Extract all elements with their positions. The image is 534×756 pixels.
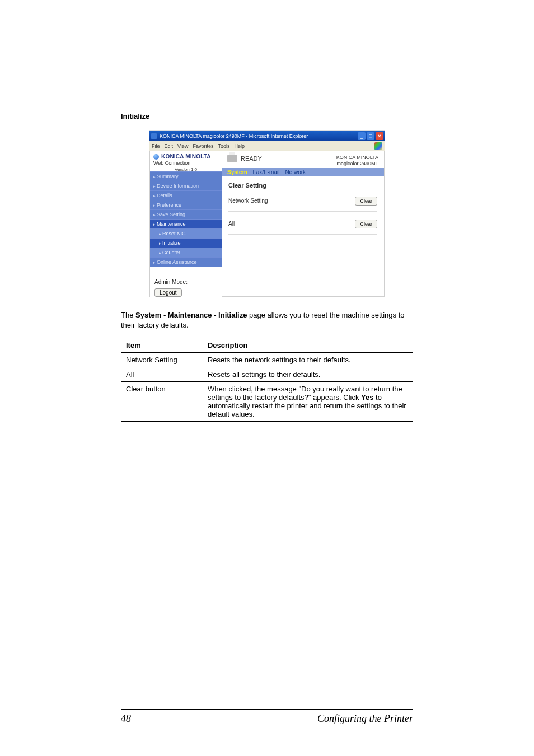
- clear-network-button[interactable]: Clear: [355, 197, 377, 206]
- tab-fax-email[interactable]: Fax/E-mail: [253, 169, 280, 175]
- nav-reset-nic[interactable]: Reset NIC: [150, 228, 222, 238]
- cell-desc-bold: Yes: [361, 393, 373, 402]
- setting-all-label: All: [228, 221, 235, 227]
- menu-edit[interactable]: Edit: [165, 143, 174, 149]
- menu-favorites[interactable]: Favorites: [193, 143, 213, 149]
- ie-throbber-icon: [374, 142, 382, 150]
- window-maximize-button[interactable]: □: [367, 132, 374, 140]
- menu-tools[interactable]: Tools: [218, 143, 229, 149]
- menu-file[interactable]: File: [152, 143, 160, 149]
- window-titlebar: KONICA MINOLTA magicolor 2490MF - Micros…: [149, 131, 385, 141]
- tab-bar: System Fax/E-mail Network: [222, 168, 384, 176]
- main-panel: READY KONICA MINOLTA magicolor 2490MF Sy…: [222, 151, 384, 296]
- menu-help[interactable]: Help: [234, 143, 245, 149]
- window-minimize-button[interactable]: _: [358, 132, 366, 140]
- description-table: Item Description Network Setting Resets …: [121, 338, 413, 422]
- setting-network-label: Network Setting: [228, 198, 268, 204]
- globe-icon: [153, 154, 159, 160]
- nav-details[interactable]: Details: [150, 190, 222, 200]
- clear-all-button[interactable]: Clear: [355, 220, 377, 228]
- nav-maintenance[interactable]: Maintenance: [150, 219, 222, 228]
- brand-name: KONICA MINOLTA: [161, 153, 211, 160]
- section-heading: Initialize: [121, 112, 413, 120]
- table-row: Network Setting Resets the network setti…: [121, 353, 413, 367]
- cell-desc: Resets all settings to their defaults.: [203, 367, 413, 382]
- nav-device-information[interactable]: Device Information: [150, 181, 222, 190]
- brand-product: Web Connection: [153, 160, 218, 166]
- screenshot-window: KONICA MINOLTA magicolor 2490MF - Micros…: [149, 130, 385, 297]
- menu-view[interactable]: View: [177, 143, 188, 149]
- panel-heading: Clear Setting: [228, 182, 377, 189]
- menu-bar: File Edit View Favorites Tools Help: [149, 141, 385, 151]
- th-item: Item: [121, 338, 203, 353]
- nav-online-assistance[interactable]: Online Assistance: [150, 257, 222, 267]
- admin-mode-label: Admin Mode:: [154, 279, 217, 285]
- nav-summary[interactable]: Summary: [150, 171, 222, 181]
- sidebar: KONICA MINOLTA Web Connection Version 1.…: [150, 151, 222, 296]
- nav-counter[interactable]: Counter: [150, 248, 222, 257]
- cell-item: All: [121, 367, 203, 382]
- printer-icon: [227, 155, 237, 162]
- window-title: KONICA MINOLTA magicolor 2490MF - Micros…: [160, 133, 308, 139]
- cell-item: Clear button: [121, 382, 203, 422]
- cell-desc: When clicked, the message "Do you really…: [203, 382, 413, 422]
- page-footer: 48 Configuring the Printer: [121, 709, 413, 725]
- status-brand-line2: magicolor 2490MF: [336, 161, 378, 167]
- brand-block: KONICA MINOLTA Web Connection Version 1.…: [150, 151, 222, 171]
- nav-preference[interactable]: Preference: [150, 200, 222, 209]
- status-ready: READY: [241, 155, 262, 162]
- logout-button[interactable]: Logout: [154, 288, 182, 297]
- window-close-button[interactable]: ×: [376, 132, 383, 140]
- para-strong: System - Maintenance - Initialize: [135, 311, 247, 319]
- nav-initialize[interactable]: Initialize: [150, 238, 222, 248]
- th-description: Description: [203, 338, 413, 353]
- intro-paragraph: The System - Maintenance - Initialize pa…: [121, 310, 413, 330]
- cell-item: Network Setting: [121, 353, 203, 367]
- ie-icon: [151, 133, 157, 139]
- status-brand-line1: KONICA MINOLTA: [336, 155, 378, 161]
- tab-network[interactable]: Network: [285, 169, 306, 175]
- tab-system[interactable]: System: [227, 169, 247, 175]
- cell-desc: Resets the network settings to their def…: [203, 353, 413, 367]
- nav-save-setting[interactable]: Save Setting: [150, 209, 222, 219]
- para-pre: The: [121, 311, 135, 319]
- table-row: Clear button When clicked, the message "…: [121, 382, 413, 422]
- table-row: All Resets all settings to their default…: [121, 367, 413, 382]
- page-number: 48: [121, 713, 131, 725]
- chapter-title: Configuring the Printer: [317, 713, 413, 725]
